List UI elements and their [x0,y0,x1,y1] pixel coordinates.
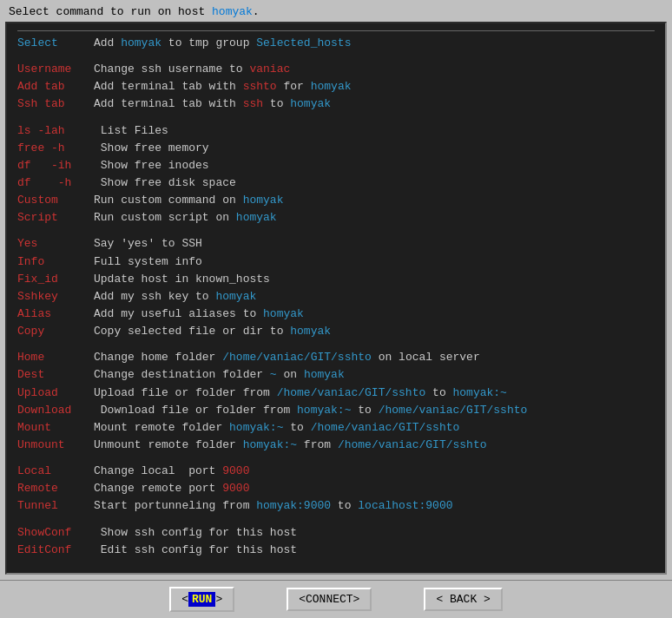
run-right-arrow: > [215,593,222,606]
title-host: homyak [212,5,253,18]
key-showconf: ShowConf [17,524,94,542]
back-label: < BACK > [436,593,490,606]
key-username: Username [17,61,94,78]
desc-mount: Mount remote folder homyak:~ to /home/va… [94,419,459,437]
cmd-remote[interactable]: Remote Change remote port 9000 [17,480,655,497]
cmd-sshtab[interactable]: Ssh tab Add terminal tab with ssh to hom… [17,95,655,113]
cmd-df-h[interactable]: df -h Show free disk space [17,174,655,192]
cmd-home[interactable]: Home Change home folder /home/vaniac/GIT… [17,349,655,366]
desc-tunnel: Start portunneling from homyak:9000 to l… [94,497,453,515]
cmd-select[interactable]: Select Add homyak to tmp group Selected_… [17,35,655,52]
desc-info: Full system info [94,253,202,271]
key-home: Home [17,349,94,366]
cmd-fixid[interactable]: Fix_id Update host in known_hosts [17,271,655,288]
connect-button[interactable]: <CONNECT> [287,588,372,611]
cmd-local[interactable]: Local Change local port 9000 [17,463,655,480]
key-sshkey: Sshkey [17,288,94,306]
back-button[interactable]: < BACK > [424,588,502,611]
key-copy: Copy [17,323,94,340]
key-custom: Custom [17,192,94,209]
run-left-arrow: < [181,593,188,606]
key-yes: Yes [17,235,94,253]
desc-df-ih: Show free inodes [94,157,209,174]
desc-local: Change local port 9000 [94,463,249,480]
desc-dest: Change destination folder ~ on homyak [94,366,345,384]
cmd-showconf[interactable]: ShowConf Show ssh config for this host [17,524,655,542]
key-sshtab: Ssh tab [17,95,94,113]
desc-copy: Copy selected file or dir to homyak [94,323,331,340]
desc-free: Show free memory [94,140,209,157]
run-button[interactable]: < RUN > [169,587,234,612]
key-local: Local [17,463,94,480]
cmd-free[interactable]: free -h Show free memory [17,140,655,157]
cmd-tunnel[interactable]: Tunnel Start portunneling from homyak:90… [17,497,655,515]
desc-df-h: Show free disk space [94,174,236,192]
cmd-unmount[interactable]: Unmount Unmount remote folder homyak:~ f… [17,437,655,454]
cmd-addtab[interactable]: Add tab Add terminal tab with sshto for … [17,78,655,95]
cmd-alias[interactable]: Alias Add my useful aliases to homyak [17,306,655,323]
cmd-info[interactable]: Info Full system info [17,253,655,271]
desc-script: Run custom script on homyak [94,209,277,227]
cmd-ls[interactable]: ls -lah List Files [17,122,655,140]
cmd-download[interactable]: Download Download file or folder from ho… [17,402,655,419]
desc-remote: Change remote port 9000 [94,480,249,497]
key-unmount: Unmount [17,437,94,454]
key-ls: ls -lah [17,122,94,140]
cmd-editconf[interactable]: EditConf Edit ssh config for this host [17,542,655,559]
desc-download: Download file or folder from homyak:~ to… [94,402,527,419]
run-label: RUN [188,592,215,607]
cmd-yes[interactable]: Yes Say 'yes' to SSH [17,235,655,253]
cmd-upload[interactable]: Upload Upload file or folder from /home/… [17,385,655,402]
key-remote: Remote [17,480,94,497]
desc-home: Change home folder /home/vaniac/GIT/ssht… [94,349,480,366]
key-select: Select [17,35,94,52]
desc-alias: Add my useful aliases to homyak [94,306,304,323]
cmd-sshkey[interactable]: Sshkey Add my ssh key to homyak [17,288,655,306]
desc-addtab: Add terminal tab with sshto for homyak [94,78,351,95]
key-upload: Upload [17,385,94,402]
cmd-dest[interactable]: Dest Change destination folder ~ on homy… [17,366,655,384]
key-alias: Alias [17,306,94,323]
key-script: Script [17,209,94,227]
desc-fixid: Update host in known_hosts [94,271,270,288]
main-panel: Select Add homyak to tmp group Selected_… [5,22,667,575]
title-suffix: . [253,5,260,18]
desc-sshtab: Add terminal tab with ssh to homyak [94,95,331,113]
key-dest: Dest [17,366,94,384]
key-fixid: Fix_id [17,271,94,288]
cmd-custom[interactable]: Custom Run custom command on homyak [17,192,655,209]
cmd-username[interactable]: Username Change ssh username to vaniac [17,61,655,78]
desc-editconf: Edit ssh config for this host [94,542,297,559]
footer: < RUN > <CONNECT> < BACK > [0,580,672,618]
desc-yes: Say 'yes' to SSH [94,235,202,253]
cmd-mount[interactable]: Mount Mount remote folder homyak:~ to /h… [17,419,655,437]
key-addtab: Add tab [17,78,94,95]
title-bar: Select command to run on host homyak. [0,0,672,22]
desc-sshkey: Add my ssh key to homyak [94,288,256,306]
desc-select: Add homyak to tmp group Selected_hosts [94,35,351,52]
desc-unmount: Unmount remote folder homyak:~ from /hom… [94,437,487,454]
cmd-script[interactable]: Script Run custom script on homyak [17,209,655,227]
key-df-h: df -h [17,174,94,192]
cmd-copy[interactable]: Copy Copy selected file or dir to homyak [17,323,655,340]
key-download: Download [17,402,94,419]
key-info: Info [17,253,94,271]
cmd-df-ih[interactable]: df -ih Show free inodes [17,157,655,174]
desc-showconf: Show ssh config for this host [94,524,297,542]
key-editconf: EditConf [17,542,94,559]
key-free: free -h [17,140,94,157]
content-area: Select Add homyak to tmp group Selected_… [7,23,665,573]
desc-username: Change ssh username to vaniac [94,61,290,78]
key-mount: Mount [17,419,94,437]
desc-upload: Upload file or folder from /home/vaniac/… [94,385,507,402]
key-df-ih: df -ih [17,157,94,174]
desc-ls: List Files [94,122,168,140]
title-prefix: Select command to run on host [9,5,212,18]
desc-custom: Run custom command on homyak [94,192,283,209]
key-tunnel: Tunnel [17,497,94,515]
connect-label: <CONNECT> [299,593,359,606]
